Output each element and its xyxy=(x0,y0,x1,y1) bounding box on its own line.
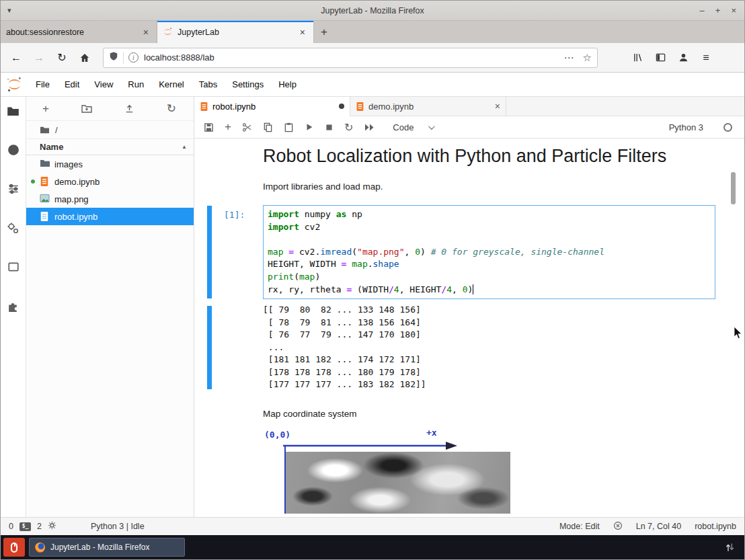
cut-cells-button[interactable] xyxy=(242,122,252,132)
origin-label: (0,0) xyxy=(264,430,290,440)
browser-tab-sessionrestore[interactable]: about:sessionrestore × xyxy=(1,21,157,43)
kernel-status-text[interactable]: Python 3 | Idle xyxy=(91,522,145,531)
tab-close-icon[interactable]: × xyxy=(297,27,308,38)
library-icon[interactable] xyxy=(627,48,648,68)
chevron-down-icon xyxy=(428,123,435,130)
breadcrumb-root[interactable]: / xyxy=(55,125,58,135)
kernel-count[interactable]: 2 xyxy=(37,522,42,531)
code-editor[interactable]: import numpy as npimport cv2 map = cv2.i… xyxy=(263,205,715,299)
file-browser-toolbar: + ↻ xyxy=(26,97,194,121)
menu-hamburger-icon[interactable]: ≡ xyxy=(696,48,716,68)
kernel-status-icon[interactable] xyxy=(723,123,732,132)
notebook-icon xyxy=(356,102,364,112)
close-button[interactable]: × xyxy=(731,5,736,15)
open-tabs-tab-icon[interactable] xyxy=(6,259,21,274)
applications-menu-button[interactable] xyxy=(3,538,25,557)
url-bar[interactable]: i localhost:8888/lab ⋯ ☆ xyxy=(103,48,598,68)
active-file-name[interactable]: robot.ipynb xyxy=(695,522,736,531)
cell-type-dropdown[interactable]: Code xyxy=(393,122,433,132)
kernel-name-button[interactable]: Python 3 xyxy=(669,122,703,132)
interrupt-kernel-button[interactable] xyxy=(325,123,334,132)
x-axis-arrow xyxy=(282,441,458,450)
command-palette-tab-icon[interactable] xyxy=(6,182,21,196)
save-button[interactable] xyxy=(204,122,214,132)
tab-close-icon[interactable]: × xyxy=(141,27,151,38)
jupyterlab-activity-bar xyxy=(1,97,26,517)
menu-settings[interactable]: Settings xyxy=(225,73,271,96)
input-collapser[interactable] xyxy=(207,206,212,298)
restart-run-all-button[interactable] xyxy=(364,123,375,132)
file-item-robot[interactable]: robot.ipynb xyxy=(26,208,194,225)
browser-tab-jupyterlab[interactable]: JupyterLab × xyxy=(157,21,314,43)
urlbar-separator xyxy=(123,52,124,64)
copy-cells-button[interactable] xyxy=(263,122,273,132)
bookmark-star-icon[interactable]: ☆ xyxy=(583,52,592,64)
kernel-sessions-icon xyxy=(48,521,56,532)
menu-file[interactable]: File xyxy=(28,73,57,96)
file-browser-tab-icon[interactable] xyxy=(6,104,21,118)
file-item-demo[interactable]: demo.ipynb xyxy=(26,173,194,190)
code-cell-1[interactable]: [1]: import numpy as npimport cv2 map = … xyxy=(194,205,715,299)
shield-icon[interactable] xyxy=(109,51,118,64)
cell-1-output[interactable]: [[ 79 80 82 ... 133 148 156] [ 78 79 81 … xyxy=(194,304,715,391)
sort-ascending-icon[interactable]: ▲ xyxy=(182,144,187,150)
new-tab-button[interactable]: + xyxy=(314,21,334,43)
url-text[interactable]: localhost:8888/lab xyxy=(144,52,564,63)
cell-output-text: [[ 79 80 82 ... 133 148 156] [ 78 79 81 … xyxy=(263,304,715,391)
file-item-images[interactable]: images xyxy=(26,155,194,173)
refresh-icon[interactable]: ↻ xyxy=(167,102,176,116)
restart-kernel-button[interactable]: ↻ xyxy=(344,121,353,134)
firefox-window: ▾ JupyterLab - Mozilla Firefox – + × abo… xyxy=(0,0,745,560)
menu-edit[interactable]: Edit xyxy=(57,73,87,96)
breadcrumb[interactable]: / xyxy=(26,121,194,138)
taskbar-window-button[interactable]: JupyterLab - Mozilla Firefox xyxy=(29,538,185,557)
window-titlebar[interactable]: ▾ JupyterLab - Mozilla Firefox – + × xyxy=(1,1,744,21)
cursor-position[interactable]: Ln 7, Col 40 xyxy=(636,522,681,531)
close-tab-icon[interactable]: × xyxy=(495,101,500,112)
menu-run[interactable]: Run xyxy=(120,73,151,96)
extension-manager-tab-icon[interactable] xyxy=(6,298,21,313)
file-item-map[interactable]: map.png xyxy=(26,190,194,208)
notebook-mode[interactable]: Mode: Edit xyxy=(559,522,600,531)
notebook-icon-selected xyxy=(40,211,49,224)
markdown-cell-map[interactable]: Map coordinate system xyxy=(194,409,744,419)
unsaved-changes-indicator[interactable] xyxy=(339,104,344,109)
doc-tab-robot[interactable]: robot.ipynb xyxy=(194,97,350,116)
x-axis-label: +x xyxy=(426,428,437,438)
minimize-button[interactable]: – xyxy=(700,5,705,15)
forward-button[interactable]: → xyxy=(29,48,49,68)
menu-view[interactable]: View xyxy=(87,73,120,96)
notebook-content[interactable]: Robot Localization with Python and Parti… xyxy=(194,138,744,517)
menu-kernel[interactable]: Kernel xyxy=(151,73,192,96)
root-folder-icon xyxy=(40,126,50,134)
back-button[interactable]: ← xyxy=(6,48,26,68)
name-column-header[interactable]: Name ▲ xyxy=(26,138,194,155)
terminal-count[interactable]: 0 xyxy=(9,522,13,531)
sidebars-icon[interactable] xyxy=(650,48,670,68)
new-folder-icon[interactable] xyxy=(81,104,92,114)
markdown-cell-intro[interactable]: Import libraries and load map. xyxy=(194,182,744,192)
run-cell-button[interactable] xyxy=(305,122,314,132)
menu-tabs[interactable]: Tabs xyxy=(192,73,225,96)
reload-button[interactable]: ↻ xyxy=(52,48,72,68)
network-tray-icon[interactable] xyxy=(725,542,742,553)
output-collapser[interactable] xyxy=(207,306,212,389)
doc-tab-demo[interactable]: demo.ipynb × xyxy=(350,97,506,116)
notebook-title: Robot Localization with Python and Parti… xyxy=(263,145,683,167)
page-actions-icon[interactable]: ⋯ xyxy=(564,52,575,64)
dock-tabbar: robot.ipynb demo.ipynb × xyxy=(194,97,744,116)
markdown-cell-title[interactable]: Robot Localization with Python and Parti… xyxy=(194,145,744,167)
add-cell-button[interactable]: + xyxy=(225,120,231,134)
account-icon[interactable] xyxy=(673,48,693,68)
site-info-icon[interactable]: i xyxy=(128,52,139,63)
upload-icon[interactable] xyxy=(124,104,134,114)
running-kernels-tab-icon[interactable] xyxy=(6,143,21,157)
menu-help[interactable]: Help xyxy=(271,73,304,96)
new-launcher-icon[interactable]: + xyxy=(42,102,49,116)
property-inspector-tab-icon[interactable] xyxy=(6,221,21,235)
scrollbar-thumb[interactable] xyxy=(731,172,736,204)
maximize-button[interactable]: + xyxy=(715,5,721,15)
home-button[interactable] xyxy=(75,48,95,68)
paste-cells-button[interactable] xyxy=(284,122,294,132)
dock-panel: robot.ipynb demo.ipynb × + xyxy=(194,97,744,517)
